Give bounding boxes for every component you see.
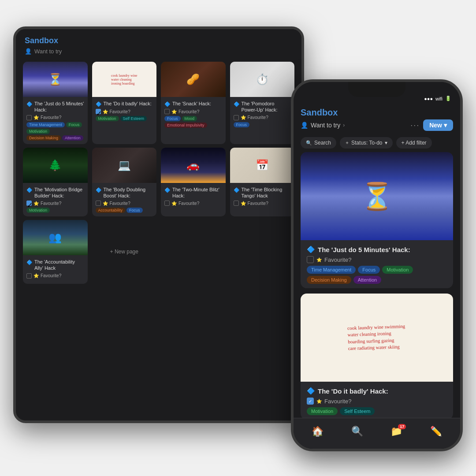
tablet-card-do-badly[interactable]: cook laundry winewater cleaningironing b… [92, 62, 157, 144]
new-button[interactable]: New ▾ [423, 119, 453, 131]
grid-icon-phone-2: 🔷 [307, 387, 315, 395]
person-icon: 👤 [25, 48, 32, 55]
tablet-card-pomodoro[interactable]: ⏱️ 🔷 The 'Pomodoro Power-Up' Hack: ⭐ Fav… [230, 62, 295, 144]
tablet-card-snack[interactable]: 🥜 🔷 The 'Snack' Hack: ⭐ Favourite? Focus… [161, 62, 226, 144]
phone-bottom-nav: 🏠 🔍 📁 17 ✏️ [294, 418, 460, 449]
new-page-container: + New page [92, 220, 157, 284]
status-filter-button[interactable]: ✦ Status: To-do ▾ [340, 137, 393, 149]
tablet-card-just-do-5[interactable]: ⏳ 🔷 The 'Just do 5 Minutes' Hack: ⭐ Favo… [23, 62, 88, 144]
tablet-header: Sandbox 👤 Want to try [16, 29, 301, 58]
phone-content: ⏳ 🔷 The 'Just do 5 Minutes' Hack: ⭐ Favo… [294, 152, 460, 418]
tablet-device: Sandbox 👤 Want to try ⏳ 🔷 The 'Just do 5… [13, 26, 304, 423]
nav-search[interactable]: 🔍 [351, 426, 363, 437]
tablet-section-title: 👤 Want to try [25, 48, 293, 55]
wifi-icon: wifi [435, 96, 443, 101]
phone-device: ●●● wifi 🔋 Sandbox 👤 Want to try › ··· N… [291, 79, 463, 451]
compose-icon: ✏️ [430, 426, 442, 437]
search-nav-icon: 🔍 [351, 426, 363, 437]
phone-notch [348, 82, 405, 97]
nav-library[interactable]: 📁 17 [390, 426, 402, 437]
checkbox-checked[interactable]: ✓ [96, 109, 101, 114]
add-filter-button[interactable]: + Add filter [396, 137, 432, 149]
phone-checkbox-unchecked[interactable] [307, 256, 314, 263]
phone-section-row: 👤 Want to try › ··· New ▾ [301, 119, 453, 131]
search-filter-button[interactable]: 🔍 Search [301, 137, 336, 149]
new-page-button[interactable]: + New page [110, 238, 138, 265]
phone-header: Sandbox 👤 Want to try › ··· New ▾ [294, 104, 460, 137]
checkbox-unchecked[interactable] [26, 115, 32, 120]
phone-card-just-do-5[interactable]: ⏳ 🔷 The 'Just do 5 Minutes' Hack: ⭐ Favo… [301, 152, 453, 288]
chevron-down-icon: › [343, 122, 345, 128]
phone-screen: ●●● wifi 🔋 Sandbox 👤 Want to try › ··· N… [294, 82, 460, 449]
tablet-screen: Sandbox 👤 Want to try ⏳ 🔷 The 'Just do 5… [16, 29, 301, 420]
signal-icon: ●●● [424, 96, 433, 101]
tablet-card-body-doubling[interactable]: 💻 🔷 The 'Body Doubling Boost' Hack: ⭐ Fa… [92, 148, 157, 217]
tablet-card-motivation-bridge[interactable]: 🌲 🔷 The 'Motivation Bridge Builder' Hack… [23, 148, 88, 217]
phone-card-do-badly[interactable]: cook laundry wine swimming water cleanin… [301, 294, 453, 418]
home-icon: 🏠 [312, 426, 324, 437]
grid-icon-phone: 🔷 [307, 245, 315, 253]
tablet-grid-row2: 🌲 🔷 The 'Motivation Bridge Builder' Hack… [16, 148, 301, 220]
library-badge: 17 [398, 424, 406, 429]
phone-section-left: 👤 Want to try › [301, 122, 345, 129]
tablet-grid-row3: 👥 🔷 The 'Accountability Ally' Hack ⭐ Fav… [16, 220, 301, 287]
tablet-card-two-minute[interactable]: 🚗 🔷 The 'Two-Minute Blitz' Hack: ⭐ Favou… [161, 148, 226, 217]
phone-app-title: Sandbox [301, 108, 453, 118]
phone-section-label[interactable]: Want to try [311, 122, 340, 129]
person-icon-phone: 👤 [301, 122, 308, 129]
phone-checkbox-checked[interactable]: ✓ [307, 398, 314, 405]
chevron-status-icon: ▾ [385, 140, 387, 146]
tablet-card-time-blocking[interactable]: 📅 🔷 The 'Time Blocking Tango' Hack ⭐ Fav… [230, 148, 295, 217]
tablet-app-title: Sandbox [25, 36, 293, 45]
phone-filters: 🔍 Search ✦ Status: To-do ▾ + Add filter [294, 137, 460, 152]
battery-icon: 🔋 [445, 96, 451, 101]
checkbox-unchecked[interactable] [164, 109, 170, 114]
search-icon: 🔍 [306, 140, 312, 146]
nav-home[interactable]: 🏠 [312, 426, 324, 437]
more-options-icon[interactable]: ··· [410, 121, 420, 130]
tablet-grid-row1: ⏳ 🔷 The 'Just do 5 Minutes' Hack: ⭐ Favo… [16, 58, 301, 148]
nav-compose[interactable]: ✏️ [430, 426, 442, 437]
grid-icon: 🔷 [26, 101, 33, 107]
status-icon: ✦ [345, 140, 349, 146]
phone-section-actions: ··· New ▾ [410, 119, 453, 131]
tablet-card-accountability[interactable]: 👥 🔷 The 'Accountability Ally' Hack ⭐ Fav… [23, 220, 88, 284]
chevron-down-small-icon: ▾ [444, 122, 447, 129]
